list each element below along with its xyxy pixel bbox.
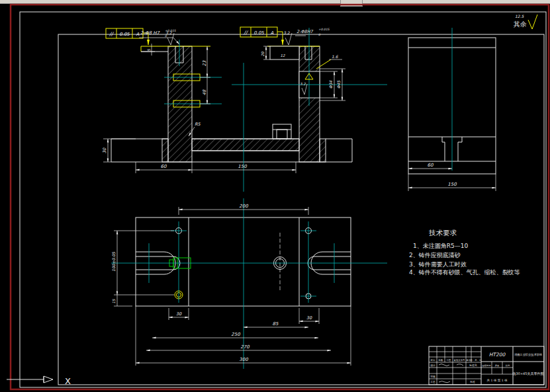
signature-scribble (439, 364, 463, 366)
material: HT200 (489, 352, 506, 358)
svg-text:Φ34: Φ34 (328, 81, 333, 89)
svg-text:150: 150 (447, 182, 457, 187)
svg-text:12: 12 (281, 54, 285, 58)
hole-callout-left: 2-Φ8 H7 +0.015 0 (139, 29, 179, 44)
tol-datum: A (136, 32, 140, 37)
svg-text:85: 85 (273, 321, 279, 327)
svg-text:比例: 比例 (506, 364, 510, 367)
side-view[interactable]: 60 150 (408, 28, 496, 191)
svg-text:质量: 质量 (495, 364, 500, 367)
title-block: 标记 处数 分区 更改文件号 签名 年、月、日 设计 标准化 审核 工艺 批准 (429, 346, 544, 385)
svg-text:更改文件号: 更改文件号 (454, 358, 466, 362)
svg-text:年、月、日: 年、月、日 (471, 359, 482, 362)
svg-text:批准: 批准 (470, 380, 475, 383)
svg-text:30: 30 (176, 311, 182, 317)
revision-grid: 标记 处数 分区 更改文件号 签名 年、月、日 设计 标准化 审核 工艺 批准 (429, 346, 481, 385)
svg-text:30: 30 (102, 147, 107, 153)
name-cells: 湖南工业职业技术学院 铣30×45夹具零件图 (513, 353, 544, 376)
surface-note-value: 12.5 (515, 14, 525, 19)
svg-text:5: 5 (147, 49, 151, 52)
svg-text:20: 20 (261, 52, 265, 56)
tech-item: 4、铸件不得有砂眼、气孔、缩松、裂纹等 (409, 269, 520, 276)
svg-text:标记: 标记 (430, 359, 435, 362)
surface-note-label: 其余 (514, 20, 527, 28)
roughness-check-icon (528, 15, 537, 29)
svg-text:100±0.05: 100±0.05 (111, 251, 116, 272)
cad-canvas[interactable]: 其余 12.5 (0, 0, 550, 392)
svg-text:R5: R5 (195, 122, 201, 127)
svg-text:3.2: 3.2 (165, 30, 173, 35)
svg-text:1.6: 1.6 (332, 54, 339, 59)
plan-dimensions: 200 100±0.05 15 30 30 85 250 (111, 204, 351, 366)
svg-text:15: 15 (112, 299, 116, 303)
tol-datum: A (271, 30, 274, 36)
svg-text:48: 48 (202, 89, 207, 95)
svg-text:300: 300 (239, 357, 248, 362)
company-name: 湖南工业职业技术学院 (514, 353, 543, 356)
svg-text:270: 270 (240, 344, 250, 350)
svg-text:200: 200 (239, 204, 248, 209)
svg-text:60: 60 (161, 164, 167, 169)
svg-text:阶段标记: 阶段标记 (482, 364, 492, 367)
center-hole[interactable] (274, 233, 287, 291)
hole-callout-right: 2-Φ8H7 +0.015 0 (295, 28, 330, 36)
signature-scribble (439, 381, 450, 383)
svg-text:审核: 审核 (430, 375, 435, 378)
svg-text:3.2: 3.2 (283, 30, 291, 35)
svg-text:设计: 设计 (430, 364, 435, 367)
plan-centerlines (111, 198, 387, 369)
sheet-borders (11, 5, 549, 389)
svg-text:分区: 分区 (447, 359, 451, 362)
front-view[interactable]: // 0.05 A // 0.05 A 2-Φ8 H7 +0.015 0 (102, 27, 387, 192)
roughness-leader: 1.6 (316, 54, 342, 69)
svg-text:Φ45: Φ45 (336, 80, 341, 89)
svg-text:250: 250 (231, 332, 240, 337)
surface-roughness-note: 其余 12.5 (514, 14, 537, 29)
tolerance-frame-right[interactable]: // 0.05 A (240, 27, 283, 45)
roughness-mid: 3.2 (283, 30, 292, 45)
tech-title: 技术要求 (429, 229, 457, 237)
plan-view[interactable]: 200 100±0.05 15 30 30 85 250 (111, 198, 387, 369)
svg-text:工艺: 工艺 (430, 380, 435, 383)
boss-block (273, 124, 291, 139)
drawing-title: 铣30×45夹具零件图 (513, 372, 544, 376)
tol-symbol: // (243, 30, 249, 36)
tol-value: 0.05 (253, 30, 264, 36)
sheet-info: 共 1 张 第 1 张 (487, 379, 508, 382)
svg-text:150: 150 (238, 164, 247, 169)
svg-text:+0.015: +0.015 (318, 28, 330, 31)
svg-text:2-Φ8H7: 2-Φ8H7 (297, 29, 314, 34)
tech-item: 2、铸件应彻底清砂 (409, 252, 461, 258)
svg-text:23: 23 (202, 60, 207, 66)
material-and-scale: HT200 阶段标记 质量 比例 共 1 张 第 1 张 (481, 352, 513, 382)
svg-text:60: 60 (428, 163, 434, 168)
svg-text:标准化: 标准化 (469, 364, 477, 367)
drawing-sheet[interactable]: 其余 12.5 (0, 0, 550, 392)
svg-text:2-Φ8 H7: 2-Φ8 H7 (140, 30, 160, 36)
tech-item: 3、铸件需要人工时效 (409, 261, 467, 268)
svg-text:30: 30 (306, 315, 312, 321)
svg-text:3.2: 3.2 (300, 82, 306, 86)
tol-value: 0.05 (119, 32, 130, 37)
tech-requirements: 技术要求 1、未注圆角R5—10 2、铸件应彻底清砂 3、铸件需要人工时效 4、… (409, 229, 520, 276)
tech-item: 1、未注圆角R5—10 (413, 243, 468, 249)
ucs-x-label: X (65, 376, 71, 386)
svg-text:处数: 处数 (439, 358, 443, 362)
